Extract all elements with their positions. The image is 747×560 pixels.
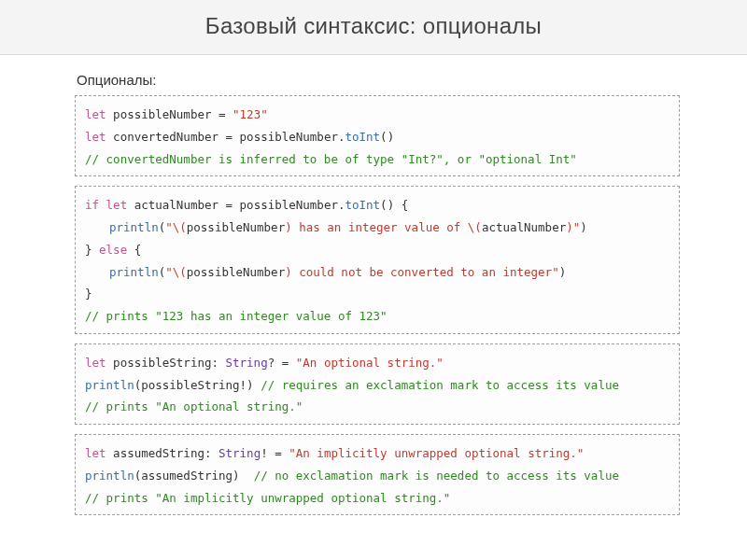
code-text: let — [85, 107, 106, 121]
code-text: println — [109, 220, 159, 234]
code-text: () — [380, 130, 394, 144]
code-text — [99, 198, 106, 212]
code-text: (assumedString) — [134, 469, 254, 483]
code-text: let — [106, 198, 128, 212]
code-box-1: let possibleNumber = "123" let converted… — [75, 95, 680, 176]
code-text: println — [109, 265, 159, 279]
code-comment: // prints "An optional string." — [85, 399, 303, 413]
code-text: "\( — [165, 220, 187, 234]
code-text: "\( — [165, 265, 187, 279]
code-text: ? = — [268, 356, 296, 370]
code-text: = — [226, 130, 240, 144]
code-text: else — [99, 243, 127, 257]
code-box-4: let assumedString: String! = "An implici… — [75, 434, 680, 515]
code-text: println — [85, 469, 134, 483]
code-text: "123" — [233, 107, 268, 121]
code-text: possibleNumber — [187, 220, 285, 234]
code-text: toInt — [345, 198, 380, 212]
code-text: } — [85, 287, 92, 301]
code-text: let — [85, 356, 106, 370]
section-subtitle: Опционалы: — [77, 72, 680, 88]
code-comment: // prints "123 has an integer value of 1… — [85, 309, 388, 323]
code-text: assumedString: — [106, 446, 218, 460]
code-text: ) — [559, 265, 567, 279]
code-comment: // convertedNumber is inferred to be of … — [85, 152, 577, 166]
slide: Базовый синтаксис: опционалы Опционалы: … — [0, 0, 747, 560]
code-text: let — [85, 446, 106, 460]
code-comment: // prints "An implicitly unwrapped optio… — [85, 491, 450, 505]
code-text: "An implicitly unwrapped optional string… — [289, 446, 584, 460]
code-text: ) — [580, 220, 587, 234]
code-text: ) has an integer value of \( — [285, 220, 482, 234]
code-text: possibleNumber. — [240, 130, 345, 144]
code-text: ! = — [261, 446, 289, 460]
code-text: { — [127, 243, 141, 257]
code-text: = — [218, 107, 233, 121]
code-text: } — [85, 243, 99, 257]
code-indent: println("\(possibleNumber) could not be … — [85, 261, 566, 284]
code-text: let — [85, 130, 106, 144]
code-text: String — [226, 356, 268, 370]
code-comment: // requires an exclamation mark to acces… — [261, 378, 619, 392]
code-text: possibleNumber — [106, 107, 218, 121]
code-text: actualNumber = possibleNumber. — [127, 198, 345, 212]
code-text: convertedNumber — [106, 130, 226, 144]
code-text: "An optional string." — [296, 356, 444, 370]
code-text: ) could not be converted to an integer" — [285, 265, 559, 279]
code-text: if — [85, 198, 99, 212]
code-box-3: let possibleString: String? = "An option… — [75, 343, 680, 425]
code-text: actualNumber — [482, 220, 566, 234]
code-text: toInt — [345, 130, 380, 144]
code-box-2: if let actualNumber = possibleNumber.toI… — [75, 186, 680, 334]
code-indent: println("\(possibleNumber) has an intege… — [85, 217, 587, 239]
code-text: possibleString: — [106, 356, 226, 370]
code-text: )" — [566, 220, 580, 234]
title-bar: Базовый синтаксис: опционалы — [0, 0, 747, 55]
code-text: String — [218, 446, 261, 460]
code-text: () { — [380, 198, 408, 212]
code-comment: // no exclamation mark is needed to acce… — [254, 469, 619, 483]
page-title: Базовый синтаксис: опционалы — [0, 13, 747, 39]
code-text: println — [85, 378, 134, 392]
code-text: (possibleString!) — [134, 378, 261, 392]
code-text: possibleNumber — [187, 265, 285, 279]
content-area: Опционалы: let possibleNumber = "123" le… — [22, 72, 725, 515]
